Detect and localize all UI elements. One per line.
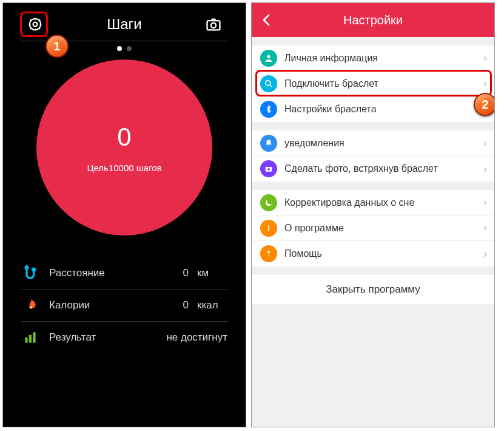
- svg-rect-2: [207, 21, 220, 30]
- stat-value: 0: [176, 299, 189, 311]
- chevron-right-icon: ›: [483, 196, 487, 209]
- badge-2: 2: [474, 93, 495, 116]
- stat-value: 0: [176, 267, 189, 279]
- close-app-button[interactable]: Закрыть программу: [252, 275, 494, 304]
- svg-point-0: [33, 22, 38, 27]
- badge-1-label: 1: [53, 39, 60, 53]
- row-label: Помощь: [284, 248, 483, 259]
- chevron-right-icon: ›: [483, 52, 487, 64]
- page-title: Шаги: [107, 16, 142, 33]
- stat-label: Результат: [49, 331, 166, 344]
- row-personal-info[interactable]: Личная информация ›: [252, 46, 494, 71]
- steps-count: 0: [117, 123, 131, 152]
- svg-rect-8: [33, 332, 35, 342]
- steps-progress-circle: 0 Цель10000 шагов: [36, 59, 212, 236]
- svg-point-15: [268, 255, 269, 256]
- row-label: Личная информация: [284, 53, 483, 64]
- back-arrow-icon: [260, 13, 274, 27]
- svg-rect-14: [268, 227, 269, 231]
- steps-header: Шаги: [3, 3, 246, 41]
- close-app-label: Закрыть программу: [326, 283, 420, 296]
- question-icon: [260, 245, 277, 262]
- badge-1: 1: [45, 35, 69, 58]
- chevron-right-icon: ›: [483, 137, 487, 149]
- chevron-right-icon: ›: [483, 77, 487, 90]
- row-help[interactable]: Помощь ›: [252, 241, 494, 266]
- svg-point-4: [25, 266, 28, 269]
- page-dots: [3, 46, 246, 51]
- bell-icon: [260, 135, 277, 152]
- settings-screen: Настройки Личная информация › Подключить…: [251, 2, 495, 427]
- svg-point-1: [30, 19, 41, 30]
- row-label: уведомления: [284, 138, 483, 149]
- result-icon: [21, 328, 41, 347]
- row-sleep-adjust[interactable]: Корректировка данных о сне ›: [252, 190, 494, 216]
- chevron-right-icon: ›: [483, 163, 487, 175]
- svg-point-10: [266, 80, 270, 85]
- stat-unit: км: [197, 267, 227, 279]
- bluetooth-icon: [260, 101, 277, 118]
- row-bracelet-settings[interactable]: Настройки браслета ›: [252, 97, 494, 122]
- svg-point-12: [267, 168, 270, 171]
- row-shake-photo[interactable]: Сделать фото, встряхнув браслет ›: [252, 156, 494, 182]
- stat-value: не достигнут: [166, 331, 227, 344]
- chevron-right-icon: ›: [483, 222, 487, 234]
- camera-icon: [260, 160, 277, 177]
- dot: [127, 46, 132, 51]
- row-label: Подключить браслет: [284, 78, 483, 89]
- gear-icon: [27, 16, 43, 32]
- stats-list: Расстояние 0 км Калории 0 ккал: [21, 257, 227, 353]
- stat-row-distance[interactable]: Расстояние 0 км: [21, 257, 227, 290]
- row-about[interactable]: О программе ›: [252, 216, 494, 241]
- row-label: Корректировка данных о сне: [284, 197, 483, 208]
- svg-point-9: [267, 55, 270, 58]
- stat-label: Расстояние: [49, 267, 176, 279]
- row-label: Настройки браслета: [284, 104, 483, 115]
- search-icon: [260, 75, 277, 92]
- row-notifications[interactable]: уведомления ›: [252, 131, 494, 156]
- steps-goal: Цель10000 шагов: [87, 163, 161, 173]
- calories-icon: [21, 296, 41, 315]
- chevron-right-icon: ›: [483, 248, 487, 260]
- stat-unit: ккал: [197, 299, 227, 311]
- moon-icon: [260, 194, 277, 211]
- svg-point-5: [33, 268, 35, 271]
- distance-icon: [21, 263, 41, 283]
- settings-group: уведомления › Сделать фото, встряхнув бр…: [252, 131, 494, 182]
- svg-rect-6: [25, 338, 27, 343]
- settings-group: Личная информация › Подключить браслет ›…: [252, 46, 494, 122]
- camera-icon: [205, 16, 222, 33]
- dot-active: [117, 46, 122, 51]
- user-icon: [260, 50, 277, 67]
- svg-point-13: [268, 225, 270, 227]
- settings-group: Корректировка данных о сне › О программе…: [252, 190, 494, 266]
- svg-rect-7: [29, 335, 32, 343]
- stat-row-calories[interactable]: Калории 0 ккал: [21, 290, 227, 322]
- settings-button[interactable]: [25, 14, 45, 35]
- settings-title: Настройки: [252, 13, 494, 27]
- stat-row-result[interactable]: Результат не достигнут: [21, 322, 227, 353]
- svg-point-3: [211, 23, 216, 28]
- settings-header: Настройки: [252, 3, 494, 37]
- row-label: Сделать фото, встряхнув браслет: [284, 163, 483, 174]
- stat-label: Калории: [49, 299, 176, 311]
- info-icon: [260, 220, 277, 237]
- row-label: О программе: [284, 223, 483, 234]
- row-connect-bracelet[interactable]: Подключить браслет ›: [252, 71, 494, 97]
- back-button[interactable]: [252, 3, 282, 37]
- badge-2-label: 2: [482, 98, 488, 112]
- steps-screen: Шаги 0 Цель10000 шагов: [2, 2, 246, 427]
- camera-button[interactable]: [203, 14, 224, 35]
